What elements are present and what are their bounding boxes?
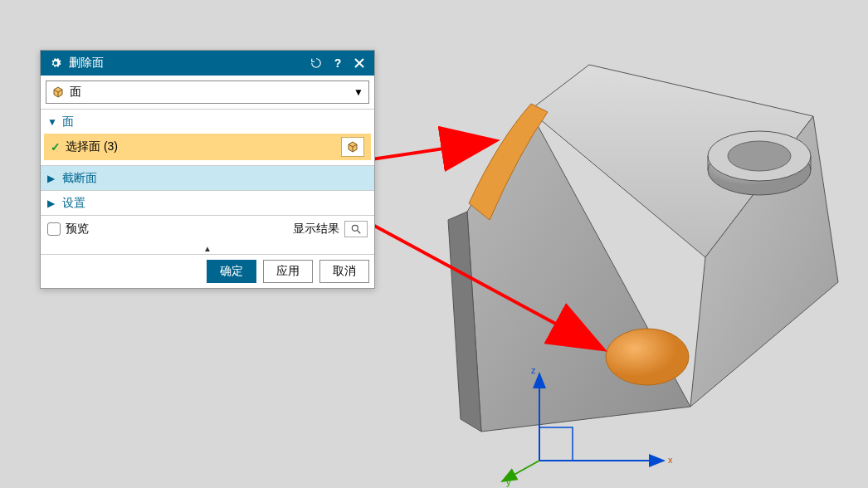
svg-point-8 — [708, 145, 811, 195]
section-settings[interactable]: ▶ 设置 — [41, 190, 374, 215]
svg-marker-4 — [529, 65, 813, 257]
face-select-button[interactable] — [341, 137, 364, 157]
selected-hole[interactable] — [606, 329, 689, 385]
svg-marker-7 — [448, 212, 481, 432]
section-cutoff-label: 截断面 — [62, 171, 97, 186]
selection-row[interactable]: ✓ 选择面 (3) — [44, 134, 371, 160]
preview-checkbox[interactable] — [47, 222, 61, 236]
help-icon[interactable]: ? — [329, 55, 346, 71]
section-face-label: 面 — [62, 115, 74, 129]
svg-marker-6 — [467, 110, 705, 407]
collapse-handle[interactable]: ▲ — [41, 242, 374, 254]
close-icon[interactable] — [351, 55, 368, 71]
dropdown-label: 面 — [70, 85, 349, 100]
selected-fillet[interactable] — [469, 104, 548, 220]
cancel-button[interactable]: 取消 — [319, 260, 369, 283]
selection-text: 选择面 (3) — [66, 139, 336, 154]
apply-button[interactable]: 应用 — [263, 260, 313, 283]
section-face[interactable]: ▼ 面 — [41, 109, 374, 134]
dialog-title: 删除面 — [69, 56, 303, 71]
type-dropdown[interactable]: 面 ▼ — [46, 81, 369, 104]
face-type-icon — [51, 85, 65, 99]
caret-right-icon: ▶ — [47, 198, 59, 209]
svg-point-10 — [728, 141, 791, 171]
show-result-label: 显示结果 — [293, 222, 339, 237]
coordinate-axes: x z y — [502, 365, 673, 487]
svg-line-14 — [502, 461, 539, 481]
caret-right-icon: ▶ — [47, 173, 59, 184]
show-result-button[interactable] — [344, 221, 368, 237]
check-icon: ✓ — [51, 140, 61, 154]
svg-text:x: x — [668, 455, 673, 465]
dialog-header[interactable]: 删除面 ? — [41, 51, 374, 76]
ok-button[interactable]: 确定 — [207, 260, 256, 283]
chevron-down-icon: ▼ — [354, 86, 363, 98]
svg-marker-3 — [467, 110, 690, 432]
svg-line-31 — [358, 231, 361, 234]
svg-point-30 — [352, 225, 358, 231]
svg-point-9 — [708, 131, 811, 181]
svg-marker-5 — [690, 116, 838, 407]
caret-down-icon: ▼ — [47, 116, 59, 128]
delete-face-dialog: 删除面 ? 面 ▼ ▼ 面 ✓ 选择面 (3) ▶ 截断面 — [40, 50, 375, 289]
section-cutoff[interactable]: ▶ 截断面 — [41, 165, 374, 190]
section-settings-label: 设置 — [62, 196, 85, 211]
svg-rect-11 — [539, 427, 573, 461]
gear-icon[interactable] — [47, 55, 64, 71]
preview-label: 预览 — [66, 222, 89, 237]
svg-text:y: y — [506, 477, 511, 487]
svg-text:z: z — [531, 365, 536, 375]
reset-icon[interactable] — [308, 55, 324, 71]
